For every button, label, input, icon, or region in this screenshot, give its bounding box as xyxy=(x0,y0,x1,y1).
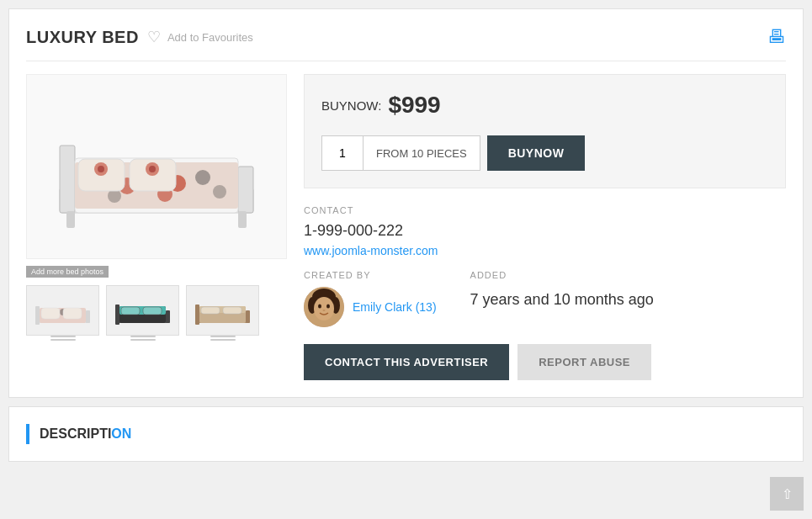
website-link[interactable]: www.joomla-monster.com xyxy=(304,244,438,257)
svg-rect-33 xyxy=(166,310,170,323)
main-product-image[interactable] xyxy=(26,74,287,259)
description-title: DESCRIPTION xyxy=(40,426,131,442)
thumb-lines-1 xyxy=(50,336,76,341)
printer-icon[interactable]: 🖶 xyxy=(767,26,786,47)
svg-rect-23 xyxy=(35,306,40,325)
svg-rect-29 xyxy=(41,308,60,319)
svg-rect-24 xyxy=(86,310,90,323)
buy-now-row: BUYNOW: $999 xyxy=(321,92,768,119)
meta-row: CREATED BY xyxy=(304,270,786,327)
svg-rect-1 xyxy=(60,146,75,213)
thumbnail-1[interactable] xyxy=(26,285,99,336)
main-card: LUXURY BED ♡ Add to Favourites 🖶 xyxy=(8,8,804,398)
svg-rect-43 xyxy=(201,307,220,314)
thumb-lines-2 xyxy=(130,336,156,341)
thumb-lines-3 xyxy=(210,336,236,341)
created-by-label: CREATED BY xyxy=(304,270,437,280)
svg-point-51 xyxy=(326,305,330,309)
phone-number: 1-999-000-222 xyxy=(304,222,786,240)
author-row: Emily Clark (13) xyxy=(304,287,437,327)
description-section: DESCRIPTION xyxy=(8,406,804,462)
svg-rect-40 xyxy=(246,310,250,323)
contact-label: CONTACT xyxy=(304,205,786,215)
svg-rect-20 xyxy=(66,211,75,228)
buy-now-button[interactable]: BUYNOW xyxy=(487,135,586,171)
svg-point-17 xyxy=(98,166,104,172)
product-body: Add more bed photos xyxy=(26,74,786,380)
contact-section: CONTACT 1-999-000-222 www.joomla-monster… xyxy=(304,205,786,257)
thumbnail-3[interactable] xyxy=(186,285,259,336)
svg-point-52 xyxy=(323,310,326,311)
svg-rect-30 xyxy=(63,308,82,319)
quantity-input[interactable] xyxy=(321,135,364,171)
heart-icon[interactable]: ♡ xyxy=(147,28,161,46)
svg-rect-37 xyxy=(143,307,162,315)
page-wrapper: LUXURY BED ♡ Add to Favourites 🖶 xyxy=(0,8,812,462)
buy-price: $999 xyxy=(388,92,440,119)
buy-controls: FROM 10 PIECES BUYNOW xyxy=(321,135,768,171)
svg-rect-36 xyxy=(121,307,140,315)
description-border-accent xyxy=(26,424,29,444)
description-header: DESCRIPTION xyxy=(26,424,786,444)
svg-rect-39 xyxy=(195,305,199,325)
buy-now-label: BUYNOW: xyxy=(321,98,381,113)
left-column: Add more bed photos xyxy=(26,74,287,380)
from-pieces: FROM 10 PIECES xyxy=(364,135,480,171)
header-right: 🖶 xyxy=(767,26,786,48)
author-name[interactable]: Emily Clark (13) xyxy=(353,300,437,314)
svg-point-50 xyxy=(318,305,321,309)
svg-rect-2 xyxy=(238,167,253,213)
thumbnail-2[interactable] xyxy=(106,285,179,336)
report-abuse-button[interactable]: REPORT ABUSE xyxy=(517,344,651,380)
contact-advertiser-button[interactable]: CONTACT THIS ADVERTISER xyxy=(304,344,509,380)
added-label: ADDED xyxy=(470,270,654,280)
action-buttons: CONTACT THIS ADVERTISER REPORT ABUSE xyxy=(304,344,786,380)
avatar xyxy=(304,287,344,327)
add-favourites-link[interactable]: Add to Favourites xyxy=(167,31,253,44)
svg-point-49 xyxy=(314,297,334,320)
svg-rect-21 xyxy=(238,211,247,228)
buy-box: BUYNOW: $999 FROM 10 PIECES BUYNOW xyxy=(304,74,786,188)
thumbnail-row xyxy=(26,285,287,341)
svg-point-10 xyxy=(195,170,210,185)
product-title: LUXURY BED xyxy=(26,28,139,47)
added-time: 7 years and 10 months ago xyxy=(470,287,654,309)
svg-point-19 xyxy=(149,166,156,172)
add-image-label: Add more bed photos xyxy=(26,266,109,278)
added-section: ADDED 7 years and 10 months ago xyxy=(470,270,654,309)
product-header: LUXURY BED ♡ Add to Favourites 🖶 xyxy=(26,26,786,61)
svg-point-13 xyxy=(213,185,226,199)
svg-rect-44 xyxy=(223,307,241,314)
svg-rect-32 xyxy=(115,305,119,325)
right-column: BUYNOW: $999 FROM 10 PIECES BUYNOW CONT xyxy=(304,74,786,380)
created-by-section: CREATED BY xyxy=(304,270,437,327)
